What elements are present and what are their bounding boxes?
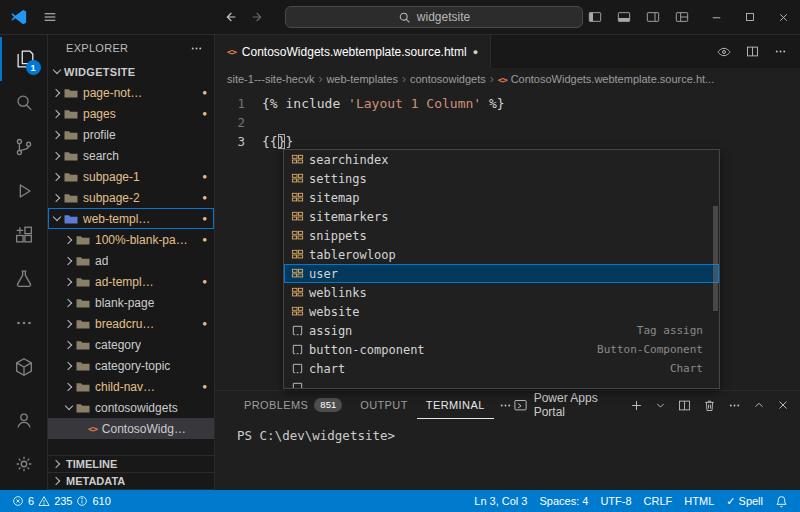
chevron-right-icon[interactable] [62, 359, 76, 373]
tree-item[interactable]: pages● [48, 103, 214, 124]
back-arrow-icon[interactable] [222, 9, 238, 25]
suggestion-item[interactable]: button-componentButton-Component [284, 340, 719, 359]
maximize-icon[interactable] [744, 11, 756, 23]
tree-item[interactable]: subpage-2● [48, 187, 214, 208]
status-item[interactable]: HTML [678, 495, 720, 507]
command-center-search[interactable]: widgetsite [285, 6, 583, 28]
tree-item[interactable]: profile [48, 124, 214, 145]
notifications-bell[interactable] [769, 490, 794, 512]
chevron-right-icon[interactable] [50, 86, 64, 100]
new-terminal-icon[interactable] [629, 398, 644, 413]
explorer-more-actions-icon[interactable] [189, 41, 204, 56]
panel-more-tabs-icon[interactable] [498, 398, 513, 413]
run-debug-icon[interactable] [0, 169, 48, 213]
tree-item[interactable]: page-not…● [48, 82, 214, 103]
source-control-icon[interactable] [0, 125, 48, 169]
minimize-icon[interactable] [710, 11, 723, 24]
testing-icon[interactable] [0, 257, 48, 301]
more-views-icon[interactable] [0, 301, 48, 345]
suggest-scrollbar[interactable] [713, 206, 718, 311]
tree-item[interactable]: search [48, 145, 214, 166]
workspace-section-header[interactable]: WIDGETSITE [48, 61, 214, 82]
suggestion-item[interactable]: weblinks [284, 283, 719, 302]
breadcrumb-item[interactable]: site-1---site-hecvk [227, 73, 314, 85]
editor-more-actions-icon[interactable] [773, 44, 788, 59]
close-window-icon[interactable] [777, 11, 790, 24]
forward-arrow-icon[interactable] [250, 9, 266, 25]
status-item[interactable]: CRLF [638, 495, 679, 507]
chevron-down-icon[interactable] [62, 401, 76, 415]
unsaved-dot-icon[interactable]: ● [473, 47, 478, 57]
customize-layout-icon[interactable] [674, 9, 690, 25]
split-editor-icon[interactable] [745, 44, 760, 59]
chevron-right-icon[interactable] [62, 233, 76, 247]
search-view-icon[interactable] [0, 81, 48, 125]
tree-item[interactable]: breadcru…● [48, 313, 214, 334]
status-item[interactable]: Ln 3, Col 3 [468, 495, 533, 507]
suggestion-item[interactable]: tablerowloop [284, 245, 719, 264]
tree-item[interactable]: child-nav…● [48, 376, 214, 397]
suggestion-item[interactable]: settings [284, 169, 719, 188]
suggestion-item[interactable]: assignTag assign [284, 321, 719, 340]
chevron-right-icon[interactable] [50, 149, 64, 163]
suggestion-item[interactable]: website [284, 302, 719, 321]
tree-item[interactable]: blank-page [48, 292, 214, 313]
menu-icon[interactable] [42, 9, 58, 25]
suggestion-item[interactable]: user [284, 264, 719, 283]
chevron-right-icon[interactable] [62, 338, 76, 352]
terminal-dropdown-chevron-icon[interactable] [654, 399, 667, 412]
chevron-right-icon[interactable] [62, 275, 76, 289]
kill-terminal-trash-icon[interactable] [702, 398, 717, 413]
status-item[interactable]: UTF-8 [594, 495, 637, 507]
tree-item[interactable]: category [48, 334, 214, 355]
explorer-view-icon[interactable]: 1 [0, 37, 48, 81]
chevron-right-icon[interactable] [62, 380, 76, 394]
chevron-right-icon[interactable] [50, 107, 64, 121]
suggestion-item[interactable]: snippets [284, 226, 719, 245]
preview-icon[interactable] [716, 44, 732, 60]
close-panel-icon[interactable] [776, 398, 790, 412]
panel-more-actions-icon[interactable] [727, 398, 742, 413]
chevron-right-icon[interactable] [50, 128, 64, 142]
toggle-sidebar-icon[interactable] [587, 9, 603, 25]
suggestion-item[interactable]: searchindex [284, 150, 719, 169]
tree-item[interactable]: ad [48, 250, 214, 271]
chevron-right-icon[interactable] [50, 191, 64, 205]
timeline-section[interactable]: TIMELINE [48, 456, 214, 473]
tree-item[interactable]: subpage-1● [48, 166, 214, 187]
tree-item[interactable]: 100%-blank-pa…● [48, 229, 214, 250]
settings-gear-icon[interactable] [0, 442, 48, 486]
panel-tab-terminal[interactable]: TERMINAL [417, 391, 494, 419]
toggle-secondary-sidebar-icon[interactable] [645, 9, 661, 25]
tree-item[interactable]: <>ContosoWidg… [48, 418, 214, 439]
terminal-output[interactable]: PS C:\dev\widgetsite> [215, 419, 800, 490]
chevron-right-icon[interactable] [50, 170, 64, 184]
extensions-icon[interactable] [0, 213, 48, 257]
chevron-right-icon[interactable] [62, 296, 76, 310]
breadcrumb-item[interactable]: web-templates [326, 73, 398, 85]
problems-status[interactable]: 6 235 610 [6, 490, 117, 512]
chevron-right-icon[interactable] [62, 317, 76, 331]
tree-item[interactable]: contosowidgets [48, 397, 214, 418]
editor-tab[interactable]: <> ContosoWidgets.webtemplate.source.htm… [215, 35, 491, 68]
metadata-section[interactable]: METADATA [48, 473, 214, 490]
split-terminal-icon[interactable] [677, 398, 692, 413]
power-platform-icon[interactable] [0, 345, 48, 389]
chevron-right-icon[interactable] [62, 254, 76, 268]
suggestion-item[interactable]: sitemap [284, 188, 719, 207]
suggestion-item[interactable] [284, 378, 719, 389]
chevron-down-icon[interactable] [50, 212, 64, 226]
tree-item[interactable]: ad-templ…● [48, 271, 214, 292]
panel-tab-problems[interactable]: PROBLEMS851 [235, 391, 351, 419]
tree-item[interactable]: category-topic [48, 355, 214, 376]
toggle-panel-icon[interactable] [616, 9, 632, 25]
terminal-profile-select[interactable]: Power Apps Portal [513, 391, 613, 419]
panel-tab-output[interactable]: OUTPUT [351, 391, 417, 419]
status-item[interactable]: ✓ Spell [720, 495, 769, 508]
breadcrumb-item[interactable]: contosowidgets [410, 73, 486, 85]
tree-item[interactable]: web-templ…● [48, 208, 214, 229]
suggestion-item[interactable]: sitemarkers [284, 207, 719, 226]
suggestion-item[interactable]: chartChart [284, 359, 719, 378]
accounts-icon[interactable] [0, 398, 48, 442]
breadcrumb-item[interactable]: <>ContosoWidgets.webtemplate.source.ht..… [498, 73, 714, 85]
